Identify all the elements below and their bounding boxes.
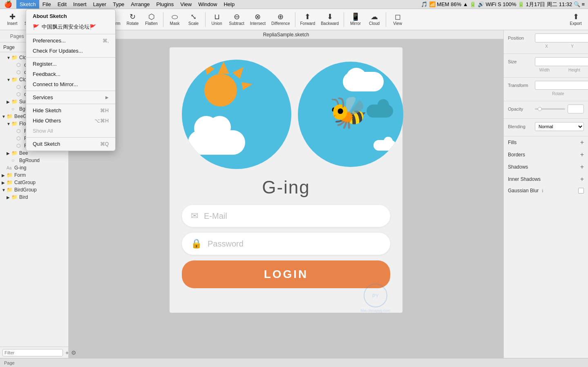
folder-icon: 📁 (11, 150, 18, 156)
watermark: PY bbs.chinapyg.com (360, 283, 390, 313)
mirror-icon: 📱 (351, 13, 360, 20)
size-section: Size 🔗 Width Height (504, 54, 588, 78)
scale-button[interactable]: ⤡ Scale (185, 11, 203, 27)
scale-icon: ⤡ (190, 13, 197, 20)
group-icon: ⬡ (16, 143, 23, 149)
hide-sketch-item[interactable]: Hide Sketch ⌘H (26, 105, 115, 116)
transform-section: Transform Flip ↔ ↕ Rotate (504, 78, 588, 101)
circle-icon-2: ○ (11, 158, 18, 163)
group-icon: ⬡ (16, 84, 23, 90)
opacity-input[interactable] (568, 105, 584, 113)
layer-menu[interactable]: Layer (90, 0, 110, 9)
feedback-item[interactable]: Feedback... (26, 69, 115, 79)
view-menu[interactable]: View (177, 0, 195, 9)
insert-button[interactable]: ✚ Insert (3, 11, 21, 27)
add-inner-shadow-button[interactable]: + (580, 176, 584, 183)
forward-button[interactable]: ⬆ Forward (298, 11, 318, 27)
gaussian-blur-header[interactable]: Gaussian Blur ℹ (504, 185, 588, 196)
connect-mirror-item[interactable]: Connect to Mirror... (26, 79, 115, 89)
separator-4 (205, 12, 206, 27)
register-item[interactable]: Register... (26, 59, 115, 69)
show-all-item: Show All (26, 126, 115, 136)
email-input-mockup: ✉ E-Mail (182, 205, 390, 227)
sketch-menu[interactable]: Sketch (16, 0, 39, 9)
folder-icon: 📁 (11, 121, 18, 127)
website-item[interactable]: 🚩 中国飘云阁安全论坛 🚩 (26, 21, 115, 33)
login-button-mockup[interactable]: LOGIN (182, 260, 390, 288)
page-item[interactable]: Page (3, 44, 15, 50)
canvas-area: RepliaSample.sketch (69, 30, 503, 358)
circle-icon: ○ (11, 106, 18, 112)
rotate-button[interactable]: ↻ Rotate (124, 11, 142, 27)
app-mockup: 🐝 G-ing ✉ E-Mail (170, 47, 402, 313)
file-menu[interactable]: File (39, 0, 54, 9)
hide-others-item[interactable]: Hide Others ⌥⌘H (26, 116, 115, 126)
folder-icon: 📁 (7, 180, 13, 185)
opacity-thumb[interactable] (538, 107, 542, 111)
about-sketch-item[interactable]: About Sketch (26, 11, 115, 21)
app-title: G-ing (182, 177, 390, 198)
union-button[interactable]: ⊔ Union (208, 11, 226, 27)
add-border-button[interactable]: + (580, 151, 584, 158)
preferences-item[interactable]: Preferences... ⌘, (26, 36, 115, 46)
type-menu[interactable]: Type (110, 0, 127, 9)
add-layer-button[interactable]: + (65, 349, 69, 356)
gaussian-blur-checkbox[interactable] (578, 188, 584, 194)
group-icon: ⬡ (16, 62, 23, 68)
layer-bird[interactable]: ▶ 📁 Bird (0, 194, 68, 201)
window-menu[interactable]: Window (195, 0, 220, 9)
layer-catgroup[interactable]: ▶ 📁 CatGroup (0, 179, 68, 186)
opacity-slider[interactable] (535, 108, 565, 110)
apple-menu[interactable]: 🍎 (0, 0, 16, 9)
services-item[interactable]: Services ▶ (26, 92, 115, 102)
layer-form[interactable]: ▶ 📁 Form (0, 171, 68, 179)
add-shadow-button[interactable]: + (580, 163, 584, 171)
export-icon: ⬆ (573, 13, 579, 20)
subtract-button[interactable]: ⊖ Subtract (227, 11, 247, 27)
layer-bground-2[interactable]: ○ BgRound (0, 157, 68, 164)
inner-shadows-header[interactable]: Inner Shadows + (504, 173, 588, 185)
plugins-menu[interactable]: Plugins (153, 0, 177, 9)
backward-button[interactable]: ⬇ Backward (318, 11, 341, 27)
x-input[interactable] (535, 33, 588, 42)
fills-header[interactable]: Fills + (504, 136, 588, 149)
difference-icon: ⊕ (277, 13, 284, 20)
mirror-button[interactable]: 📱 Mirror (347, 11, 364, 27)
status-text: Page (4, 360, 15, 365)
blending-select[interactable]: Normal (535, 122, 584, 131)
add-fill-button[interactable]: + (580, 139, 584, 146)
help-menu[interactable]: Help (220, 0, 238, 9)
sun-circle (182, 60, 291, 169)
position-labels: X Y (508, 44, 584, 49)
difference-button[interactable]: ⊕ Difference (269, 11, 292, 27)
flatten-button[interactable]: ⬡ Flatten (143, 11, 161, 27)
insert-menu[interactable]: Insert (70, 0, 90, 9)
layer-birdgroup[interactable]: ▼ 📁 BirdGroup (0, 186, 68, 194)
menu-bar: 🍎 Sketch File Edit Insert Layer Type Arr… (0, 0, 588, 9)
forward-icon: ⬆ (304, 13, 311, 20)
rotate-input[interactable] (535, 81, 588, 90)
blending-row: Blending Normal (508, 122, 584, 131)
view-button[interactable]: ◻ View (389, 11, 407, 27)
size-row: Size 🔗 (508, 57, 584, 66)
cloud-button[interactable]: ☁ Cloud (365, 11, 383, 27)
layer-options-button[interactable]: ⚙ (71, 349, 76, 356)
borders-header[interactable]: Borders + (504, 149, 588, 161)
separator-m5 (26, 137, 115, 138)
arrange-menu[interactable]: Arrange (127, 0, 153, 9)
layer-ging[interactable]: Aa G-ing (0, 164, 68, 171)
intersect-button[interactable]: ⊗ Intersect (248, 11, 268, 27)
separator-5 (295, 12, 295, 27)
export-button[interactable]: ⬆ Export (567, 11, 585, 27)
mask-button[interactable]: ⬭ Mask (166, 11, 184, 27)
flatten-icon: ⬡ (148, 13, 155, 20)
shadows-header[interactable]: Shadows + (504, 161, 588, 173)
check-updates-item[interactable]: Check For Updates... (26, 46, 115, 56)
edit-menu[interactable]: Edit (54, 0, 70, 9)
quit-sketch-item[interactable]: Quit Sketch ⌘Q (26, 139, 115, 149)
separator-7 (386, 12, 386, 27)
width-input[interactable] (535, 57, 588, 66)
insert-icon: ✚ (9, 13, 16, 20)
filter-input[interactable] (2, 349, 63, 356)
folder-icon: 📁 (7, 187, 13, 193)
